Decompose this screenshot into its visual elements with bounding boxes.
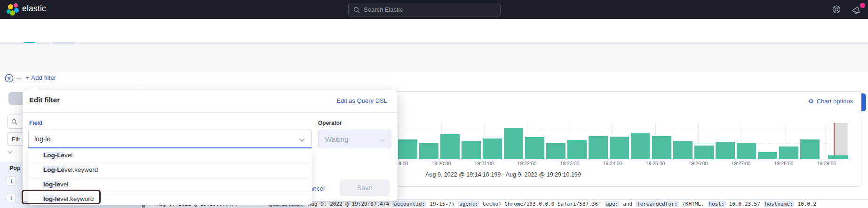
gear-icon: ⚙: [808, 98, 814, 105]
annotation-highlight-box: [22, 190, 101, 204]
global-search-input[interactable]: Search Elastic: [348, 3, 501, 16]
x-axis-tick: 19:21:00: [468, 161, 501, 166]
field-type-badge-text: t: [7, 193, 16, 202]
histogram-bar[interactable]: [504, 128, 523, 159]
filter-bar-dash: [16, 78, 22, 79]
histogram-bar[interactable]: [828, 155, 848, 159]
x-axis-tick: 19:24:00: [596, 161, 629, 166]
histogram-bar[interactable]: [567, 140, 587, 159]
save-filter-button-disabled[interactable]: Save: [340, 179, 390, 196]
logo-dot: [10, 10, 15, 15]
add-filter-link[interactable]: + Add filter: [26, 74, 56, 81]
brand-text: elastic: [22, 4, 46, 14]
histogram-bar[interactable]: [652, 136, 671, 159]
histogram-bar[interactable]: [694, 146, 714, 159]
edit-as-query-dsl-link[interactable]: Edit as Query DSL: [336, 97, 387, 104]
source-field-value: Gecko) Chrome/103.0.0.0 Safari/537.36": [483, 201, 601, 207]
chart-options-label: Chart options: [817, 98, 853, 105]
histogram-bar[interactable]: [610, 137, 629, 159]
filter-icon[interactable]: [5, 74, 14, 83]
source-field-name: agent:: [458, 201, 479, 207]
histogram-bar[interactable]: [462, 141, 481, 159]
field-combobox[interactable]: log-le: [28, 130, 312, 148]
row-source-preview: @timestamp:Aug 9, 2022 @ 19:29:07.474acc…: [268, 201, 816, 207]
x-axis-tick: 19:26:00: [682, 161, 715, 166]
logo-dot: [8, 4, 13, 9]
edit-filter-popup: Edit filter Edit as Query DSL Field Oper…: [23, 90, 398, 201]
chevron-down-icon[interactable]: [299, 136, 304, 141]
histogram-bar[interactable]: [525, 137, 544, 159]
operator-select-disabled[interactable]: Waiting: [318, 130, 391, 148]
option-rest-text: vel: [64, 152, 72, 159]
current-time-marker: [834, 123, 835, 159]
option-rest-text: vel: [60, 181, 68, 188]
chart-options-link[interactable]: ⚙ Chart options: [808, 98, 853, 105]
popup-divider: [23, 112, 398, 113]
histogram-bar[interactable]: [419, 143, 438, 159]
option-rest-text: vel.keyword: [64, 166, 98, 173]
histogram-bar[interactable]: [673, 141, 693, 159]
elastic-logo[interactable]: [7, 3, 19, 15]
app-nav-bar: D Discover OptionsNewOpenShareInspect Sa…: [0, 19, 868, 44]
histogram-bar[interactable]: [737, 143, 756, 159]
query-bar: Search KQL Last 15 minutes Show dates: [0, 43, 868, 72]
histogram-bar[interactable]: [546, 143, 565, 159]
source-field-name: hostname:: [764, 201, 795, 207]
field-combobox-value: log-le: [34, 135, 300, 143]
histogram-bar[interactable]: [589, 136, 608, 159]
field-type-filter-label: Filt: [12, 136, 20, 143]
chevron-down-icon: [380, 136, 385, 141]
source-field-name: apu:: [605, 201, 620, 207]
partial-bucket-zone: [835, 123, 848, 159]
histogram-bar[interactable]: [800, 139, 820, 159]
search-icon: [11, 119, 17, 125]
histogram-bar[interactable]: [483, 139, 502, 159]
field-option-log-level.keyword[interactable]: Log-Level.keyword: [28, 162, 312, 177]
source-field-value: 10.0.23.57: [729, 201, 760, 207]
x-axis-tick: 19:22:00: [510, 161, 543, 166]
histogram-bar[interactable]: [758, 152, 777, 159]
discover-app: elastic Search Elastic: [0, 0, 868, 208]
source-field-name: host:: [708, 201, 726, 207]
popular-fields-title: Pop: [9, 165, 21, 171]
search-icon: [353, 7, 360, 13]
option-match-text: Log-Le: [43, 152, 64, 159]
global-header: elastic Search Elastic: [0, 0, 868, 19]
popup-title: Edit filter: [29, 96, 60, 104]
source-field-name: accountid:: [392, 201, 426, 207]
source-field-value: and: [623, 201, 632, 207]
chevron-down-icon[interactable]: [7, 148, 12, 153]
option-match-text: Log-Le: [43, 166, 64, 173]
help-icon[interactable]: [832, 5, 841, 14]
x-axis-tick: 19:23:00: [553, 161, 586, 166]
save-filter-label: Save: [357, 184, 372, 192]
source-field-name: forwardedfor:: [636, 201, 679, 207]
logo-dot: [14, 3, 18, 8]
histogram-bar[interactable]: [631, 133, 650, 159]
x-axis-tick: 19:25:00: [639, 161, 672, 166]
histogram-bar[interactable]: [716, 142, 735, 159]
option-match-text: log-le: [43, 181, 60, 188]
x-axis-tick: 19:20:00: [425, 161, 458, 166]
global-search-placeholder: Search Elastic: [364, 6, 403, 13]
source-field-value: (KHTML,: [682, 201, 704, 207]
histogram-bar[interactable]: [398, 139, 417, 159]
field-option-log-level[interactable]: Log-Level: [28, 148, 312, 162]
x-axis-tick: 19:28:00: [767, 161, 800, 166]
operator-label: Operator: [318, 120, 342, 126]
field-label: Field: [29, 120, 42, 126]
histogram-bar[interactable]: [440, 134, 460, 159]
notification-dot: [860, 3, 865, 8]
source-field-value: 10.0.2: [797, 201, 816, 207]
operator-placeholder: Waiting: [325, 135, 381, 143]
source-field-value: Aug 9, 2022 @ 19:29:07.474: [308, 201, 389, 207]
x-axis-tick: 19:29:00: [810, 161, 843, 166]
x-axis-tick: 19:27:00: [725, 161, 757, 166]
source-field-value: 19-15-7): [430, 201, 454, 207]
field-type-badge-text: t: [7, 176, 16, 185]
histogram-bar[interactable]: [779, 146, 798, 159]
